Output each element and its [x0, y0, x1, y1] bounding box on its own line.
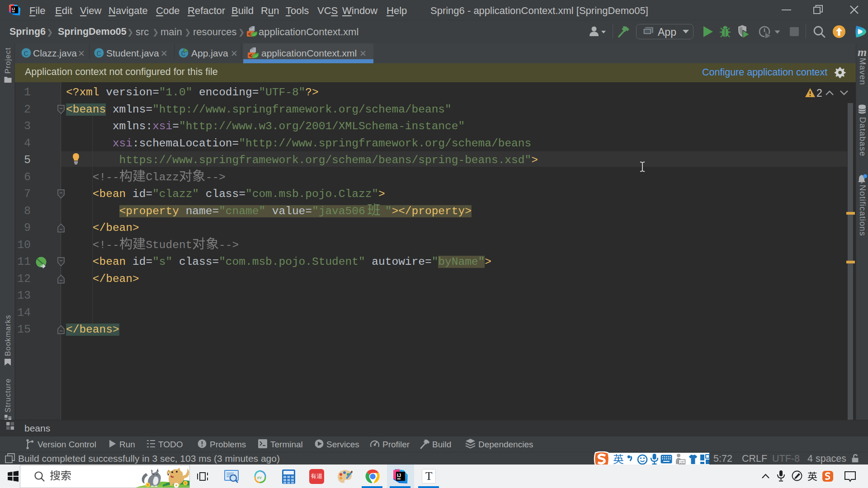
svg-text:IJ: IJ	[12, 7, 15, 11]
svg-text:ev: ev	[257, 474, 262, 480]
svg-text:C: C	[24, 50, 28, 58]
svg-text:C: C	[97, 50, 101, 58]
svg-text:2E: 2E	[680, 460, 685, 465]
svg-text:IJ: IJ	[397, 473, 401, 478]
